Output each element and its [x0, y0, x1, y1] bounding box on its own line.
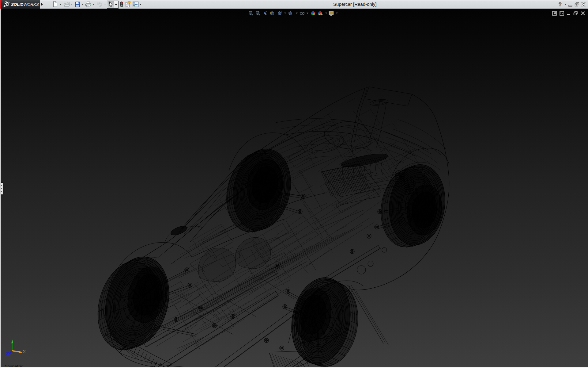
svg-text:?: ? — [559, 2, 562, 7]
svg-text:SOLIDWORKS: SOLIDWORKS — [11, 2, 39, 7]
